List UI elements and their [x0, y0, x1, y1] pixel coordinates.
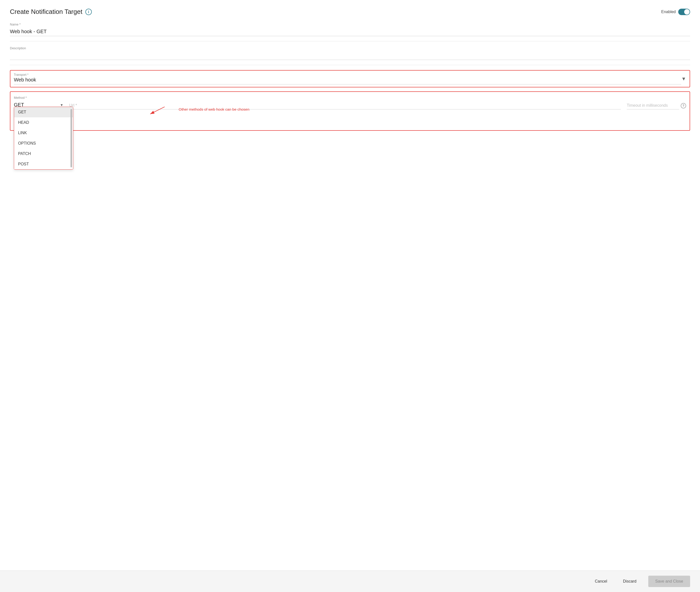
name-section: Name * [10, 22, 690, 36]
method-field: Method * GET ▼ GET HEAD LINK OPTIONS PAT… [14, 96, 63, 109]
header-left: Create Notification Target i [10, 8, 92, 15]
dropdown-item-post[interactable]: POST [14, 159, 73, 169]
dropdown-item-get[interactable]: GET [14, 107, 73, 117]
annotation-text: Other methods of web hook can be chosen [179, 107, 258, 112]
cancel-button[interactable]: Cancel [591, 576, 611, 587]
save-close-button[interactable]: Save and Close [648, 576, 690, 587]
request-headers-row: Request Headers Add [14, 114, 686, 126]
transport-inner: Transport * Web hook [14, 73, 681, 85]
transport-label: Transport * [14, 73, 681, 77]
enabled-label: Enabled [661, 10, 676, 14]
transport-dropdown-arrow[interactable]: ▼ [681, 76, 686, 82]
description-input[interactable] [10, 51, 690, 60]
method-dropdown-arrow: ▼ [60, 103, 63, 107]
header-right: Enabled [661, 9, 690, 15]
method-dropdown-menu: GET HEAD LINK OPTIONS PATCH POST [14, 107, 73, 169]
page-title: Create Notification Target [10, 8, 83, 15]
method-row: Method * GET ▼ GET HEAD LINK OPTIONS PAT… [14, 96, 686, 109]
enabled-toggle[interactable] [678, 9, 690, 15]
discard-button[interactable]: Discard [619, 576, 640, 587]
timeout-help-icon[interactable]: ? [681, 103, 686, 108]
name-label: Name * [10, 22, 690, 26]
transport-value: Web hook [14, 77, 681, 85]
description-label: Description [10, 46, 690, 50]
name-input[interactable] [10, 27, 690, 36]
timeout-field: Timeout in milliseconds ? [627, 102, 686, 109]
divider-2 [10, 65, 690, 65]
header-row: Create Notification Target i Enabled [10, 8, 690, 15]
transport-section: Transport * Web hook ▼ [10, 70, 690, 87]
dropdown-item-patch[interactable]: PATCH [14, 149, 73, 159]
method-label: Method * [14, 96, 63, 100]
description-section: Description [10, 46, 690, 60]
divider-1 [10, 41, 690, 41]
method-section-box: Method * GET ▼ GET HEAD LINK OPTIONS PAT… [10, 91, 690, 131]
arrow-annotation [142, 105, 171, 117]
toggle-knob [684, 9, 690, 15]
svg-line-1 [150, 107, 165, 114]
timeout-placeholder[interactable]: Timeout in milliseconds [627, 102, 679, 109]
dropdown-scrollbar [70, 109, 72, 167]
timeout-row: Timeout in milliseconds ? [627, 102, 686, 109]
dropdown-item-link[interactable]: LINK [14, 128, 73, 138]
dropdown-item-head[interactable]: HEAD [14, 117, 73, 128]
info-icon[interactable]: i [86, 9, 92, 15]
dropdown-item-options[interactable]: OPTIONS [14, 138, 73, 149]
footer-bar: Cancel Discard Save and Close [0, 571, 700, 592]
